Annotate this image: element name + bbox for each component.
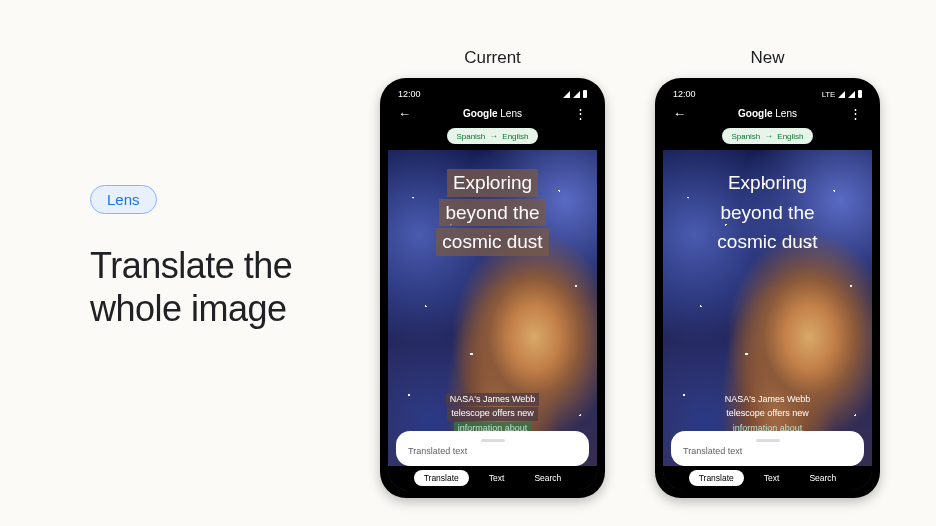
- headline: Translate the whole image: [90, 244, 370, 330]
- slide: Lens Translate the whole image Current 1…: [0, 0, 936, 526]
- battery-icon: [858, 90, 862, 98]
- mode-bar: Translate Text Search: [388, 466, 597, 490]
- app-bar: ← Google Lens ⋮: [663, 102, 872, 124]
- lang-to: English: [777, 132, 803, 141]
- mode-search[interactable]: Search: [524, 470, 571, 486]
- lang-from: Spanish: [731, 132, 760, 141]
- translated-heading: Exploring beyond the cosmic dust: [663, 168, 872, 257]
- bottom-sheet[interactable]: Translated text: [396, 431, 589, 466]
- sheet-title: Translated text: [408, 446, 577, 456]
- more-icon[interactable]: ⋮: [849, 106, 862, 121]
- screen-new: 12:00 LTE ← Google Lens ⋮: [663, 86, 872, 490]
- sheet-title: Translated text: [683, 446, 852, 456]
- viewfinder: Exploring beyond the cosmic dust NASA's …: [388, 150, 597, 490]
- status-bar: 12:00: [388, 86, 597, 102]
- status-lte: LTE: [822, 90, 835, 99]
- lang-from: Spanish: [456, 132, 485, 141]
- arrow-right-icon: →: [489, 131, 498, 141]
- mode-bar: Translate Text Search: [663, 466, 872, 490]
- screen-current: 12:00 ← Google Lens ⋮: [388, 86, 597, 490]
- app-title: Google Lens: [663, 108, 872, 119]
- signal-icon: [838, 91, 845, 98]
- sheet-handle-icon[interactable]: [481, 439, 505, 442]
- language-pill[interactable]: Spanish → English: [722, 128, 812, 144]
- signal-icon: [573, 91, 580, 98]
- phone-new: 12:00 LTE ← Google Lens ⋮: [655, 78, 880, 498]
- translated-heading: Exploring beyond the cosmic dust: [388, 168, 597, 257]
- status-bar: 12:00 LTE: [663, 86, 872, 102]
- mode-text[interactable]: Text: [754, 470, 790, 486]
- status-time: 12:00: [398, 89, 421, 99]
- language-pill[interactable]: Spanish → English: [447, 128, 537, 144]
- column-new: New 12:00 LTE ← Google Lens: [655, 48, 880, 498]
- status-time: 12:00: [673, 89, 696, 99]
- mode-translate[interactable]: Translate: [689, 470, 744, 486]
- app-bar: ← Google Lens ⋮: [388, 102, 597, 124]
- phone-current: 12:00 ← Google Lens ⋮: [380, 78, 605, 498]
- arrow-right-icon: →: [764, 131, 773, 141]
- signal-icon: [848, 91, 855, 98]
- mode-text[interactable]: Text: [479, 470, 515, 486]
- bottom-sheet[interactable]: Translated text: [671, 431, 864, 466]
- mode-search[interactable]: Search: [799, 470, 846, 486]
- left-text-block: Lens Translate the whole image: [90, 185, 370, 330]
- mode-translate[interactable]: Translate: [414, 470, 469, 486]
- back-icon[interactable]: ←: [673, 106, 686, 121]
- back-icon[interactable]: ←: [398, 106, 411, 121]
- more-icon[interactable]: ⋮: [574, 106, 587, 121]
- signal-icon: [563, 91, 570, 98]
- language-selector-row: Spanish → English: [388, 124, 597, 150]
- lens-chip: Lens: [90, 185, 157, 214]
- viewfinder: Exploring beyond the cosmic dust NASA's …: [663, 150, 872, 490]
- phones-row: Current 12:00 ← Google Lens ⋮: [380, 48, 880, 498]
- battery-icon: [583, 90, 587, 98]
- lang-to: English: [502, 132, 528, 141]
- column-title-current: Current: [380, 48, 605, 68]
- language-selector-row: Spanish → English: [663, 124, 872, 150]
- column-title-new: New: [655, 48, 880, 68]
- column-current: Current 12:00 ← Google Lens ⋮: [380, 48, 605, 498]
- app-title: Google Lens: [388, 108, 597, 119]
- sheet-handle-icon[interactable]: [756, 439, 780, 442]
